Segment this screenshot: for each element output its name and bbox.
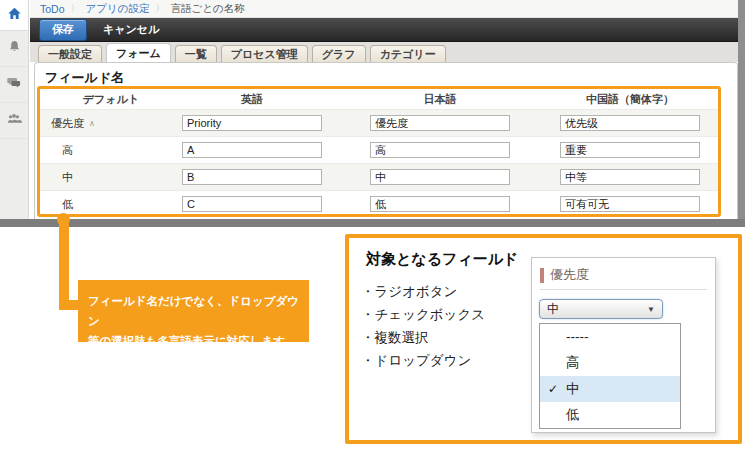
english-input[interactable] [182,196,322,212]
tab-list[interactable]: 一覧 [175,45,217,62]
row-label: 高 [62,143,73,158]
priority-dropdown[interactable]: 中 ▼ [539,299,663,319]
target-panel-title: 対象となるフィールド [366,250,518,269]
row-label: 中 [62,170,73,185]
field-preview-widget: 優先度 中 ▼ ----- 高 ✓ 中 低 [531,257,716,433]
chat-icon [6,75,22,94]
table-row: 低 [40,190,718,217]
connector-line-vertical [59,220,69,310]
dropdown-option[interactable]: 高 [540,350,680,376]
tab-category[interactable]: カテゴリー [370,45,446,62]
japanese-input[interactable] [370,169,510,185]
dropdown-option[interactable]: ----- [540,324,680,350]
field-label-accent-bar [540,268,544,283]
chevron-down-icon: ▼ [647,305,655,314]
chinese-input[interactable] [560,169,700,185]
field-label-row: 優先度 [540,266,707,290]
tab-form[interactable]: フォーム [106,43,171,62]
settings-tabbar: 一般設定 フォーム 一覧 プロセス管理 グラフ カテゴリー [30,42,738,62]
row-label: 優先度 [51,116,84,131]
japanese-input[interactable] [370,115,510,131]
collapse-caret-icon[interactable]: ∧ [89,119,95,128]
content-panel: フィールド名 デフォルト 英語 日本語 中国語（簡体字） 優先度 ∧ 高 [34,62,738,219]
breadcrumb-current: 言語ごとの名称 [171,2,245,16]
english-input[interactable] [182,142,322,158]
table-row: 中 [40,163,718,190]
action-toolbar: 保存 キャンセル [30,18,738,42]
cancel-button[interactable]: キャンセル [103,22,159,37]
chinese-input[interactable] [560,115,700,131]
table-row: 優先度 ∧ [40,109,718,136]
breadcrumb: ToDo 〉 アプリの設定 〉 言語ごとの名称 [30,0,738,18]
people-icon [6,111,22,130]
col-header-japanese: 日本語 [370,92,510,107]
sidebar [0,0,29,219]
target-field-list: ・ラジオボタン ・チェックボックス ・複数選択 ・ドロップダウン [361,280,485,372]
field-name-table: デフォルト 英語 日本語 中国語（簡体字） 優先度 ∧ 高 [37,86,721,217]
english-input[interactable] [182,115,322,131]
bell-icon [7,39,22,58]
save-button[interactable]: 保存 [39,19,87,41]
tab-general[interactable]: 一般設定 [38,45,102,62]
chinese-input[interactable] [560,142,700,158]
sidebar-item-home[interactable] [0,0,28,31]
col-header-english: 英語 [182,92,322,107]
dropdown-option-list: ----- 高 ✓ 中 低 [539,323,681,429]
dropdown-option-selected[interactable]: ✓ 中 [540,376,680,402]
checkmark-icon: ✓ [548,376,558,402]
list-item: ・ドロップダウン [361,349,485,372]
col-header-default: デフォルト [51,92,171,107]
bubble-text-line2: 等の選択肢も多言語表示に対応します。 [88,331,309,351]
table-row: 高 [40,136,718,163]
tab-graph[interactable]: グラフ [312,45,366,62]
breadcrumb-link-app[interactable]: ToDo [40,3,65,15]
tab-process[interactable]: プロセス管理 [221,45,308,62]
breadcrumb-separator: 〉 [71,2,80,15]
section-title: フィールド名 [45,69,124,87]
window-right-edge [738,0,745,219]
dropdown-selected-value: 中 [547,301,560,318]
list-item: ・ラジオボタン [361,280,485,303]
breadcrumb-separator: 〉 [156,2,165,15]
col-header-chinese: 中国語（簡体字） [560,92,700,107]
sidebar-item-people[interactable] [0,103,28,139]
app-window: ToDo 〉 アプリの設定 〉 言語ごとの名称 保存 キャンセル 一般設定 フォ… [0,0,745,227]
row-label: 低 [62,197,73,212]
sidebar-item-notifications[interactable] [0,31,28,67]
connector-line-horizontal [59,300,80,310]
field-label: 優先度 [550,266,589,284]
home-icon [7,6,22,25]
dropdown-option[interactable]: 低 [540,402,680,428]
breadcrumb-link-settings[interactable]: アプリの設定 [86,2,150,16]
japanese-input[interactable] [370,142,510,158]
sidebar-item-messages[interactable] [0,67,28,103]
japanese-input[interactable] [370,196,510,212]
list-item: ・チェックボックス [361,303,485,326]
table-header-row: デフォルト 英語 日本語 中国語（簡体字） [40,89,718,109]
bubble-text-line1: フィールド名だけでなく、ドロップダウン [88,291,309,331]
chinese-input[interactable] [560,196,700,212]
english-input[interactable] [182,169,322,185]
target-fields-panel: 対象となるフィールド ・ラジオボタン ・チェックボックス ・複数選択 ・ドロップ… [345,234,742,444]
annotation-bubble: フィールド名だけでなく、ドロップダウン 等の選択肢も多言語表示に対応します。 [78,280,309,342]
list-item: ・複数選択 [361,326,485,349]
window-bottom-bar [0,219,745,227]
